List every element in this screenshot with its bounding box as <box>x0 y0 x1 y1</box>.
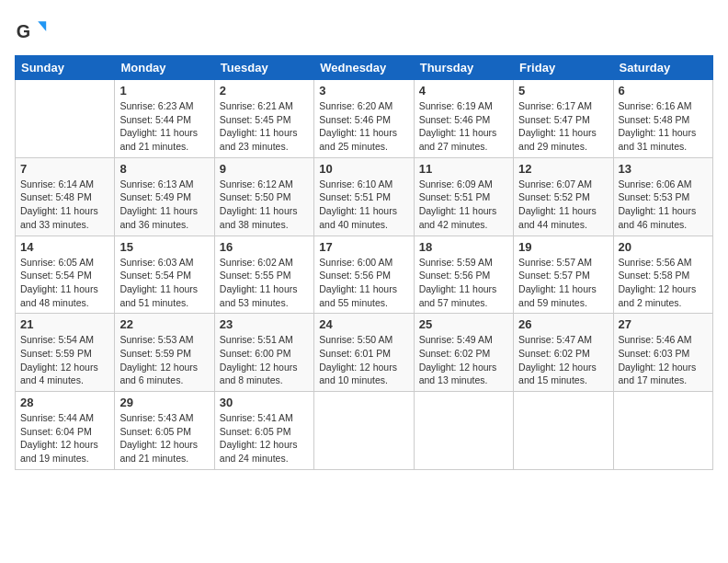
calendar-cell: 8Sunrise: 6:13 AMSunset: 5:49 PMDaylight… <box>115 157 214 236</box>
calendar-cell: 24Sunrise: 5:50 AMSunset: 6:01 PMDayligh… <box>314 314 414 392</box>
day-number: 18 <box>419 240 508 254</box>
calendar-cell: 27Sunrise: 5:46 AMSunset: 6:03 PMDayligh… <box>613 314 712 392</box>
day-number: 19 <box>518 240 608 254</box>
day-number: 28 <box>20 396 109 409</box>
day-number: 20 <box>619 240 708 254</box>
day-info: Sunrise: 6:16 AMSunset: 5:48 PMDaylight:… <box>619 99 708 154</box>
day-info: Sunrise: 6:23 AMSunset: 5:44 PMDaylight:… <box>119 99 209 154</box>
calendar-cell: 7Sunrise: 6:14 AMSunset: 5:48 PMDaylight… <box>16 157 115 236</box>
day-info: Sunrise: 5:46 AMSunset: 6:03 PMDaylight:… <box>619 333 708 387</box>
day-number: 13 <box>619 162 708 176</box>
day-number: 21 <box>20 317 109 331</box>
day-info: Sunrise: 6:19 AMSunset: 5:46 PMDaylight:… <box>419 99 508 154</box>
calendar-cell: 15Sunrise: 6:03 AMSunset: 5:54 PMDayligh… <box>115 236 214 314</box>
column-header-sunday: Sunday <box>16 56 115 80</box>
day-info: Sunrise: 5:54 AMSunset: 5:59 PMDaylight:… <box>20 333 109 387</box>
column-header-saturday: Saturday <box>613 56 712 80</box>
day-number: 27 <box>619 317 708 331</box>
calendar-cell: 21Sunrise: 5:54 AMSunset: 5:59 PMDayligh… <box>16 314 115 392</box>
calendar-cell: 30Sunrise: 5:41 AMSunset: 6:05 PMDayligh… <box>214 392 313 470</box>
day-info: Sunrise: 6:10 AMSunset: 5:51 PMDaylight:… <box>319 178 408 232</box>
calendar-header-row: SundayMondayTuesdayWednesdayThursdayFrid… <box>16 56 713 80</box>
day-info: Sunrise: 5:57 AMSunset: 5:57 PMDaylight:… <box>518 256 608 310</box>
day-info: Sunrise: 5:49 AMSunset: 6:02 PMDaylight:… <box>419 333 508 387</box>
column-header-monday: Monday <box>115 56 214 80</box>
day-info: Sunrise: 6:21 AMSunset: 5:45 PMDaylight:… <box>220 99 309 154</box>
calendar-cell: 28Sunrise: 5:44 AMSunset: 6:04 PMDayligh… <box>16 392 115 470</box>
calendar-cell: 20Sunrise: 5:56 AMSunset: 5:58 PMDayligh… <box>613 236 712 314</box>
day-info: Sunrise: 6:17 AMSunset: 5:47 PMDaylight:… <box>518 99 608 154</box>
week-row-1: 1Sunrise: 6:23 AMSunset: 5:44 PMDaylight… <box>16 80 713 158</box>
day-info: Sunrise: 5:51 AMSunset: 6:00 PMDaylight:… <box>220 333 309 387</box>
day-info: Sunrise: 6:03 AMSunset: 5:54 PMDaylight:… <box>119 256 209 310</box>
calendar-cell <box>613 392 712 470</box>
logo-icon: G <box>15 15 48 48</box>
day-info: Sunrise: 6:06 AMSunset: 5:53 PMDaylight:… <box>619 178 708 232</box>
calendar-cell: 12Sunrise: 6:07 AMSunset: 5:52 PMDayligh… <box>514 157 613 236</box>
calendar-cell: 16Sunrise: 6:02 AMSunset: 5:55 PMDayligh… <box>214 236 313 314</box>
day-info: Sunrise: 5:47 AMSunset: 6:02 PMDaylight:… <box>518 333 608 387</box>
calendar-cell: 11Sunrise: 6:09 AMSunset: 5:51 PMDayligh… <box>414 157 513 236</box>
calendar-cell <box>314 392 414 470</box>
calendar-cell: 10Sunrise: 6:10 AMSunset: 5:51 PMDayligh… <box>314 157 414 236</box>
day-info: Sunrise: 6:12 AMSunset: 5:50 PMDaylight:… <box>220 178 309 232</box>
day-info: Sunrise: 5:53 AMSunset: 5:59 PMDaylight:… <box>119 333 209 387</box>
day-number: 9 <box>220 162 309 176</box>
calendar-cell: 14Sunrise: 6:05 AMSunset: 5:54 PMDayligh… <box>16 236 115 314</box>
calendar-cell: 3Sunrise: 6:20 AMSunset: 5:46 PMDaylight… <box>314 80 414 158</box>
day-number: 24 <box>319 317 408 331</box>
calendar-cell: 1Sunrise: 6:23 AMSunset: 5:44 PMDaylight… <box>115 80 214 158</box>
week-row-2: 7Sunrise: 6:14 AMSunset: 5:48 PMDaylight… <box>16 157 713 236</box>
calendar-cell <box>514 392 613 470</box>
day-number: 14 <box>20 240 109 254</box>
day-number: 25 <box>419 317 508 331</box>
day-info: Sunrise: 5:44 AMSunset: 6:04 PMDaylight:… <box>20 411 109 465</box>
day-number: 16 <box>220 240 309 254</box>
day-number: 3 <box>319 84 408 98</box>
calendar-cell: 6Sunrise: 6:16 AMSunset: 5:48 PMDaylight… <box>613 80 712 158</box>
day-info: Sunrise: 6:20 AMSunset: 5:46 PMDaylight:… <box>319 99 408 154</box>
day-info: Sunrise: 5:56 AMSunset: 5:58 PMDaylight:… <box>619 256 708 310</box>
calendar-cell <box>16 80 115 158</box>
day-info: Sunrise: 6:02 AMSunset: 5:55 PMDaylight:… <box>220 256 309 310</box>
calendar-cell: 4Sunrise: 6:19 AMSunset: 5:46 PMDaylight… <box>414 80 513 158</box>
column-header-thursday: Thursday <box>414 56 513 80</box>
day-info: Sunrise: 6:09 AMSunset: 5:51 PMDaylight:… <box>419 178 508 232</box>
calendar-cell: 25Sunrise: 5:49 AMSunset: 6:02 PMDayligh… <box>414 314 513 392</box>
day-info: Sunrise: 6:05 AMSunset: 5:54 PMDaylight:… <box>20 256 109 310</box>
week-row-4: 21Sunrise: 5:54 AMSunset: 5:59 PMDayligh… <box>16 314 713 392</box>
day-info: Sunrise: 5:50 AMSunset: 6:01 PMDaylight:… <box>319 333 408 387</box>
calendar-cell: 13Sunrise: 6:06 AMSunset: 5:53 PMDayligh… <box>613 157 712 236</box>
day-info: Sunrise: 6:14 AMSunset: 5:48 PMDaylight:… <box>20 178 109 232</box>
day-number: 22 <box>119 317 209 331</box>
day-number: 23 <box>220 317 309 331</box>
calendar-cell: 5Sunrise: 6:17 AMSunset: 5:47 PMDaylight… <box>514 80 613 158</box>
day-number: 5 <box>518 84 608 98</box>
day-number: 7 <box>20 162 109 176</box>
logo: G <box>15 15 51 48</box>
day-number: 6 <box>619 84 708 98</box>
day-info: Sunrise: 5:43 AMSunset: 6:05 PMDaylight:… <box>119 411 209 465</box>
day-number: 12 <box>518 162 608 176</box>
day-number: 4 <box>419 84 508 98</box>
calendar-cell: 2Sunrise: 6:21 AMSunset: 5:45 PMDaylight… <box>214 80 313 158</box>
calendar-cell: 17Sunrise: 6:00 AMSunset: 5:56 PMDayligh… <box>314 236 414 314</box>
day-number: 30 <box>220 396 309 409</box>
week-row-3: 14Sunrise: 6:05 AMSunset: 5:54 PMDayligh… <box>16 236 713 314</box>
week-row-5: 28Sunrise: 5:44 AMSunset: 6:04 PMDayligh… <box>16 392 713 470</box>
calendar-cell: 22Sunrise: 5:53 AMSunset: 5:59 PMDayligh… <box>115 314 214 392</box>
day-number: 17 <box>319 240 408 254</box>
calendar-cell: 18Sunrise: 5:59 AMSunset: 5:56 PMDayligh… <box>414 236 513 314</box>
day-info: Sunrise: 6:13 AMSunset: 5:49 PMDaylight:… <box>119 178 209 232</box>
calendar-cell: 19Sunrise: 5:57 AMSunset: 5:57 PMDayligh… <box>514 236 613 314</box>
calendar-table: SundayMondayTuesdayWednesdayThursdayFrid… <box>15 55 713 470</box>
day-number: 2 <box>220 84 309 98</box>
day-number: 8 <box>119 162 209 176</box>
column-header-friday: Friday <box>514 56 613 80</box>
svg-text:G: G <box>17 21 30 41</box>
day-info: Sunrise: 5:41 AMSunset: 6:05 PMDaylight:… <box>220 411 309 465</box>
day-number: 10 <box>319 162 408 176</box>
day-number: 29 <box>119 396 209 409</box>
calendar-cell: 29Sunrise: 5:43 AMSunset: 6:05 PMDayligh… <box>115 392 214 470</box>
day-number: 1 <box>119 84 209 98</box>
